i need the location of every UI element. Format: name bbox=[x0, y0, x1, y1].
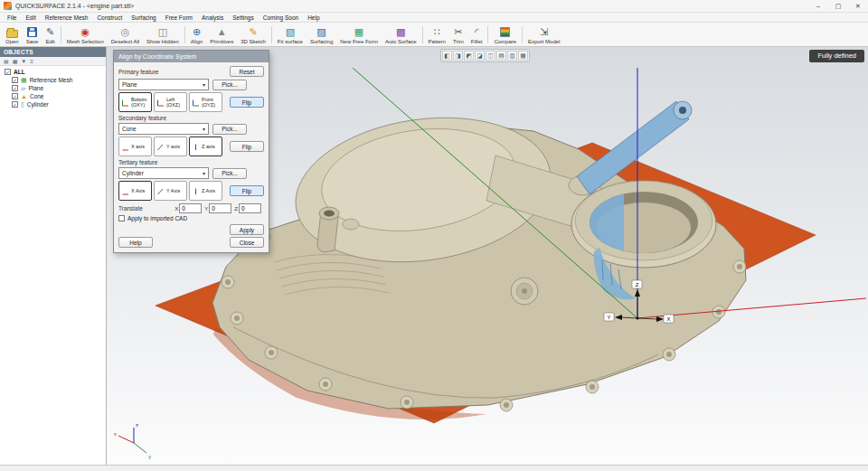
view-button-back[interactable]: ▤ bbox=[496, 51, 506, 61]
mesh-selection-button[interactable]: ◉ Mesh Selection bbox=[63, 24, 108, 46]
toolbar-separator bbox=[184, 26, 185, 43]
apply-cad-checkbox[interactable] bbox=[118, 215, 125, 221]
checkbox-all[interactable]: ✓ bbox=[5, 69, 11, 75]
menu-surfacing[interactable]: Surfacing bbox=[127, 14, 160, 21]
show-hidden-button[interactable]: ◫ Show Hidden bbox=[143, 24, 183, 46]
menu-coming-soon[interactable]: Coming Soon bbox=[259, 14, 303, 21]
secondary-feature-label: Secondary feature bbox=[118, 115, 264, 121]
view-button-right[interactable]: ◨ bbox=[453, 51, 463, 61]
secondary-feature-select[interactable]: Cone ▾ bbox=[118, 123, 209, 135]
reset-button[interactable]: Reset bbox=[230, 66, 264, 77]
tertiary-option-x-axis[interactable]: X Axis bbox=[118, 181, 152, 201]
toolbar: Open Save ✎ Edit ◉ Mesh Selection ◎ Dese… bbox=[0, 23, 868, 47]
auto-surface-button[interactable]: ▩ Auto Surface bbox=[382, 24, 420, 46]
tree-item-reference-mesh[interactable]: ✓ ▦ Reference Mesh bbox=[0, 76, 106, 84]
tree-collapse-icon[interactable]: ▼ bbox=[21, 59, 26, 64]
menu-free-form[interactable]: Free Form bbox=[161, 14, 197, 21]
tree-item-plane[interactable]: ✓ ▱ Plane bbox=[0, 84, 106, 92]
view-button-left[interactable]: ◧ bbox=[442, 51, 452, 61]
mesh-icon: ▦ bbox=[21, 77, 27, 83]
menu-settings[interactable]: Settings bbox=[228, 14, 259, 21]
view-button-perspective[interactable]: ▦ bbox=[518, 51, 528, 61]
primary-option-front-oyz[interactable]: Front (OYZ) bbox=[189, 92, 222, 112]
primitives-icon: ▲ bbox=[217, 26, 227, 38]
view-button-bottom[interactable]: ◪ bbox=[475, 51, 485, 61]
fit-surface-button[interactable]: ▧ Fit surface bbox=[274, 24, 307, 46]
primary-feature-select[interactable]: Plane ▾ bbox=[118, 79, 209, 90]
export-model-button[interactable]: ⇲ Export Model bbox=[524, 24, 563, 46]
surfacing-button[interactable]: ▨ Surfacing bbox=[307, 24, 336, 46]
secondary-flip-button[interactable]: Flip bbox=[230, 141, 264, 152]
align-dialog: Align by Coordinate System Primary featu… bbox=[113, 50, 269, 253]
translate-y-input[interactable] bbox=[209, 203, 231, 213]
align-button[interactable]: ⊕ Align bbox=[187, 24, 206, 46]
deselect-all-button[interactable]: ◎ Deselect All bbox=[108, 24, 143, 46]
menu-construct[interactable]: Construct bbox=[92, 14, 127, 21]
tertiary-option-z-axis[interactable]: Z Axis bbox=[189, 181, 222, 201]
objects-panel: OBJECTS ▤ ▦ ▼ ≡ ✓ ALL ✓ ▦ Reference Mesh… bbox=[0, 47, 107, 465]
compare-button[interactable]: Compare bbox=[490, 24, 520, 46]
maximize-button[interactable]: ▢ bbox=[828, 0, 848, 12]
fillet-button[interactable]: ◜ Fillet bbox=[467, 24, 486, 46]
tertiary-flip-button[interactable]: Flip bbox=[230, 185, 264, 196]
edit-button[interactable]: ✎ Edit bbox=[42, 24, 58, 46]
sketch-3d-button[interactable]: ✎ 3D Sketch bbox=[237, 24, 269, 46]
dialog-titlebar[interactable]: Align by Coordinate System bbox=[114, 51, 269, 62]
tree-item-all[interactable]: ✓ ALL bbox=[0, 68, 106, 76]
menu-analysis[interactable]: Analysis bbox=[197, 14, 228, 21]
view-button-top[interactable]: ◩ bbox=[464, 51, 474, 61]
help-button[interactable]: Help bbox=[118, 237, 153, 248]
checkbox-reference-mesh[interactable]: ✓ bbox=[12, 77, 18, 83]
view-button-iso[interactable]: ▥ bbox=[507, 51, 517, 61]
minimize-button[interactable]: – bbox=[808, 0, 828, 12]
tree-view-icon[interactable]: ▤ bbox=[4, 58, 9, 64]
tertiary-feature-select[interactable]: Cylinder ▾ bbox=[118, 167, 209, 179]
fillet-icon: ◜ bbox=[475, 26, 478, 38]
checkbox-cylinder[interactable]: ✓ bbox=[12, 101, 18, 108]
tertiary-feature-label: Tertiary feature bbox=[118, 159, 264, 165]
close-button[interactable]: ✕ bbox=[848, 0, 868, 12]
chevron-down-icon: ▾ bbox=[203, 81, 205, 88]
axis-mini-icon bbox=[192, 143, 200, 151]
secondary-option-x-axis[interactable]: X axis bbox=[118, 137, 152, 156]
tree-item-cylinder[interactable]: ✓ ▯ Cylinder bbox=[0, 100, 106, 108]
menu-file[interactable]: File bbox=[3, 14, 21, 21]
tertiary-pick-button[interactable]: Pick... bbox=[212, 168, 247, 179]
triad-y-label: y bbox=[148, 454, 151, 459]
translate-z-input[interactable] bbox=[239, 203, 261, 213]
secondary-option-z-axis[interactable]: Z axis bbox=[189, 137, 222, 156]
secondary-option-y-axis[interactable]: Y axis bbox=[154, 137, 187, 156]
checkbox-plane[interactable]: ✓ bbox=[12, 85, 18, 91]
primary-option-bottom-oxy[interactable]: Bottom (OXY) bbox=[118, 92, 152, 112]
primary-feature-label: Primary feature bbox=[118, 69, 230, 75]
apply-button[interactable]: Apply bbox=[230, 224, 264, 235]
menu-edit[interactable]: Edit bbox=[21, 14, 40, 21]
translate-x-input[interactable] bbox=[179, 203, 202, 213]
view-button-front[interactable]: ◫ bbox=[486, 51, 495, 61]
new-free-form-button[interactable]: ▦ New Free Form bbox=[336, 24, 382, 46]
primitives-button[interactable]: ▲ Primitives bbox=[206, 24, 237, 46]
toolbar-separator bbox=[522, 26, 523, 43]
tree-item-cone[interactable]: ✓ ▲ Cone bbox=[0, 92, 106, 100]
primary-pick-button[interactable]: Pick... bbox=[212, 80, 247, 90]
chevron-down-icon: ▾ bbox=[203, 126, 205, 132]
tree-mesh-filter-icon[interactable]: ▦ bbox=[13, 58, 18, 64]
open-button[interactable]: Open bbox=[2, 24, 23, 46]
primary-option-left-oxz[interactable]: Left (OXZ) bbox=[154, 92, 187, 112]
pattern-button[interactable]: ∷ Pattern bbox=[425, 24, 449, 46]
y-axis-label: Y bbox=[607, 315, 610, 320]
trim-button[interactable]: ✂ Trim bbox=[449, 24, 467, 46]
primary-flip-button[interactable]: Flip bbox=[230, 97, 264, 108]
checkbox-cone[interactable]: ✓ bbox=[12, 93, 18, 99]
tree-list-icon[interactable]: ≡ bbox=[30, 59, 33, 64]
scissors-icon: ✂ bbox=[454, 26, 462, 38]
app-logo-icon bbox=[4, 2, 12, 10]
close-dialog-button[interactable]: Close bbox=[230, 237, 264, 248]
translate-y-label: Y bbox=[204, 206, 208, 212]
axis-mini-icon bbox=[192, 99, 200, 107]
menu-reference-mesh[interactable]: Reference Mesh bbox=[41, 14, 93, 21]
tertiary-option-y-axis[interactable]: Y Axis bbox=[154, 181, 187, 201]
secondary-pick-button[interactable]: Pick... bbox=[212, 124, 247, 135]
save-button[interactable]: Save bbox=[23, 24, 42, 46]
menu-help[interactable]: Help bbox=[303, 14, 324, 21]
